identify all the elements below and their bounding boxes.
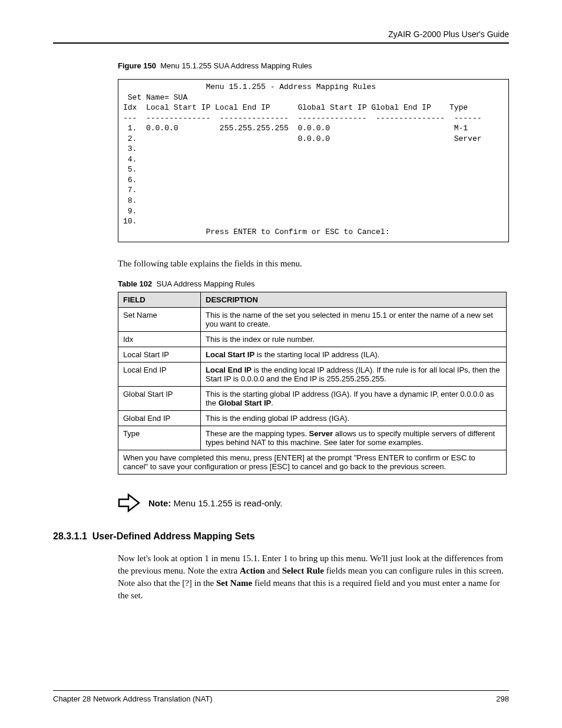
table-row: Set NameThis is the name of the set you … [118, 308, 507, 332]
cell-field: Global Start IP [118, 387, 201, 411]
footer-page: 298 [496, 694, 509, 703]
th-field: FIELD [118, 292, 201, 308]
note-text: Note: Menu 15.1.255 is read-only. [148, 498, 282, 508]
cell-field: Local End IP [118, 363, 201, 387]
table-row: Global Start IPThis is the starting glob… [118, 387, 507, 411]
cell-desc: These are the mapping types. Server allo… [201, 426, 507, 450]
table-row: Global End IPThis is the ending global I… [118, 411, 507, 426]
footer-chapter: Chapter 28 Network Address Translation (… [53, 694, 213, 703]
cell-desc: Local Start IP is the starting local IP … [201, 347, 507, 363]
section-number: 28.3.1.1 [53, 531, 87, 541]
cell-field: Set Name [118, 308, 201, 332]
data-table: FIELD DESCRIPTION Set NameThis is the na… [118, 292, 507, 475]
table-title: SUA Address Mapping Rules [157, 279, 255, 288]
intro-text: The following table explains the fields … [118, 259, 509, 269]
cell-footer: When you have completed this menu, press… [118, 450, 507, 475]
figure-label: Figure 150 [118, 61, 156, 70]
table-row: TypeThese are the mapping types. Server … [118, 426, 507, 450]
cell-desc: This is the index or rule number. [201, 332, 507, 347]
table-footer-row: When you have completed this menu, press… [118, 450, 507, 475]
header-guide-title: ZyAIR G-2000 Plus User's Guide [53, 29, 509, 39]
section-title: User-Defined Address Mapping Sets [92, 531, 255, 541]
figure-caption: Figure 150 Menu 15.1.255 SUA Address Map… [118, 61, 509, 70]
terminal-box: Menu 15.1.255 - Address Mapping Rules Se… [118, 79, 509, 242]
cell-desc: This is the name of the set you selected… [201, 308, 507, 332]
cell-field: Type [118, 426, 201, 450]
footer: Chapter 28 Network Address Translation (… [53, 690, 509, 703]
arrow-right-icon [118, 492, 141, 513]
table-row: Local End IPLocal End IP is the ending l… [118, 363, 507, 387]
body-paragraph: Now let's look at option 1 in menu 15.1.… [118, 552, 509, 602]
note-label: Note: [148, 498, 171, 508]
cell-field: Global End IP [118, 411, 201, 426]
note-body: Menu 15.1.255 is read-only. [171, 498, 282, 508]
note-row: Note: Menu 15.1.255 is read-only. [118, 492, 509, 513]
cell-desc: This is the starting global IP address (… [201, 387, 507, 411]
table-caption: Table 102 SUA Address Mapping Rules [118, 279, 509, 288]
table-row: IdxThis is the index or rule number. [118, 332, 507, 347]
cell-desc: This is the ending global IP address (IG… [201, 411, 507, 426]
cell-field: Idx [118, 332, 201, 347]
cell-field: Local Start IP [118, 347, 201, 363]
figure-title: Menu 15.1.255 SUA Address Mapping Rules [160, 61, 312, 70]
table-label: Table 102 [118, 279, 152, 288]
cell-desc: Local End IP is the ending local IP addr… [201, 363, 507, 387]
footer-rule [53, 690, 509, 691]
header-rule [53, 42, 509, 44]
page: ZyAIR G-2000 Plus User's Guide Figure 15… [0, 0, 562, 728]
section-heading: 28.3.1.1 User-Defined Address Mapping Se… [53, 531, 509, 542]
th-desc: DESCRIPTION [201, 292, 507, 308]
table-row: Local Start IPLocal Start IP is the star… [118, 347, 507, 363]
table-header-row: FIELD DESCRIPTION [118, 292, 507, 308]
